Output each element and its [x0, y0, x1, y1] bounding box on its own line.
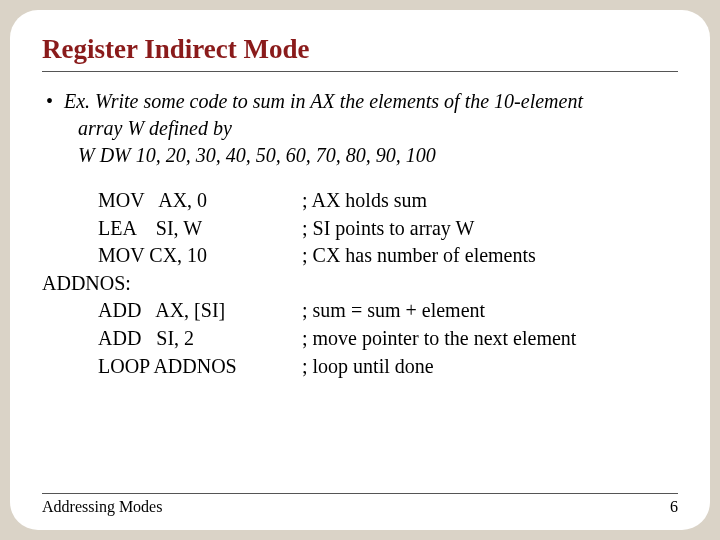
- footer-title: Addressing Modes: [42, 498, 162, 516]
- code-row: MOV AX, 0 ; AX holds sum: [42, 187, 678, 215]
- code-instruction: ADD AX, [SI]: [42, 297, 302, 325]
- code-row: ADD AX, [SI] ; sum = sum + element: [42, 297, 678, 325]
- code-comment: ; AX holds sum: [302, 187, 678, 215]
- page-number: 6: [670, 498, 678, 516]
- code-instruction: LEA SI, W: [42, 215, 302, 243]
- prompt-line-2: array W defined by: [64, 115, 678, 142]
- code-label: ADDNOS:: [42, 270, 302, 298]
- prompt-line-1: Ex. Write some code to sum in AX the ele…: [64, 90, 583, 112]
- code-comment: [302, 270, 678, 298]
- code-comment: ; CX has number of elements: [302, 242, 678, 270]
- prompt-line-3: W DW 10, 20, 30, 40, 50, 60, 70, 80, 90,…: [64, 142, 678, 169]
- code-instruction: ADD SI, 2: [42, 325, 302, 353]
- code-comment: ; move pointer to the next element: [302, 325, 678, 353]
- footer: Addressing Modes 6: [42, 493, 678, 516]
- code-row: ADD SI, 2 ; move pointer to the next ele…: [42, 325, 678, 353]
- code-instruction: LOOP ADDNOS: [42, 353, 302, 381]
- page-title: Register Indirect Mode: [42, 34, 678, 72]
- code-row: MOV CX, 10 ; CX has number of elements: [42, 242, 678, 270]
- code-row: ADDNOS:: [42, 270, 678, 298]
- code-comment: ; sum = sum + element: [302, 297, 678, 325]
- code-comment: ; SI points to array W: [302, 215, 678, 243]
- code-comment: ; loop until done: [302, 353, 678, 381]
- code-row: LEA SI, W ; SI points to array W: [42, 215, 678, 243]
- code-row: LOOP ADDNOS ; loop until done: [42, 353, 678, 381]
- code-instruction: MOV CX, 10: [42, 242, 302, 270]
- code-block: MOV AX, 0 ; AX holds sum LEA SI, W ; SI …: [42, 187, 678, 380]
- code-instruction: MOV AX, 0: [42, 187, 302, 215]
- bullet-icon: •: [46, 88, 53, 115]
- slide: Register Indirect Mode • Ex. Write some …: [10, 10, 710, 530]
- example-prompt: • Ex. Write some code to sum in AX the e…: [42, 88, 678, 169]
